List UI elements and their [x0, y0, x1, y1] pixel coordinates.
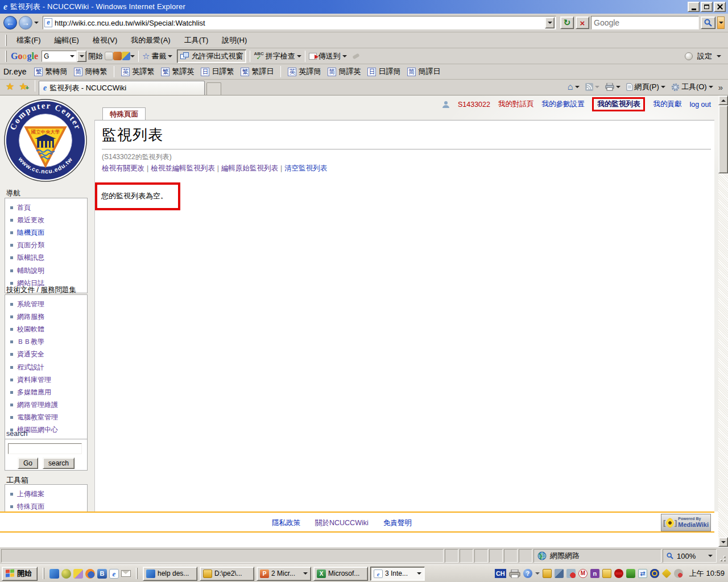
mediawiki-badge[interactable]: [ ] Powered By MediaWiki	[661, 514, 711, 531]
special-page-tab[interactable]: 特殊頁面	[102, 107, 146, 120]
quicklaunch-lightning-icon[interactable]	[73, 569, 83, 579]
view-edit-watchlist-link[interactable]: 檢視並編輯監視列表	[151, 164, 215, 172]
toolbar-gallery-icon[interactable]	[113, 52, 122, 60]
tray-no-entry-icon[interactable]	[614, 569, 623, 578]
translate-button[interactable]: 日日譯簡	[364, 65, 404, 78]
search-button[interactable]: search	[43, 458, 75, 469]
translate-button[interactable]: 简簡譯英	[324, 65, 364, 78]
sidebar-link-sysadmin[interactable]: 系統管理	[17, 300, 44, 309]
translate-button[interactable]: 繁繁譯英	[158, 65, 197, 78]
sidebar-link-categories[interactable]: 頁面分類	[17, 240, 44, 250]
tray-sync-icon[interactable]: ⇄	[638, 569, 647, 578]
translate-button[interactable]: 繁繁轉簡	[31, 65, 71, 78]
highlighter-icon[interactable]	[352, 53, 359, 59]
sidebar-link-special-pages[interactable]: 特殊頁面	[17, 502, 44, 512]
disclaimer-link[interactable]: 免責聲明	[383, 518, 412, 528]
forward-button[interactable]: →	[19, 16, 32, 30]
sidebar-link-multimedia[interactable]: 多媒體應用	[17, 388, 51, 397]
view-related-changes-link[interactable]: 檢視有關更改	[102, 164, 144, 172]
search-go-button[interactable]	[701, 16, 715, 29]
minimize-button[interactable]	[688, 2, 700, 12]
search-box[interactable]	[591, 16, 699, 30]
tools-menu-button[interactable]: 工具(O)	[669, 81, 715, 93]
site-logo[interactable]: Computer Center www.cc.ncu.edu.tw 國立中央大學	[3, 98, 88, 182]
sidebar-link-security[interactable]: 資通安全	[17, 350, 44, 359]
translate-button[interactable]: 简簡譯日	[404, 65, 444, 78]
sidebar-link-recent-changes[interactable]: 最近更改	[17, 215, 44, 225]
settings-button[interactable]: 設定	[697, 51, 712, 61]
quicklaunch-app-icon[interactable]: B	[97, 569, 107, 579]
refresh-button[interactable]: ↻	[560, 16, 574, 29]
sidebar-link-computer-room[interactable]: 電腦教室管理	[17, 413, 58, 422]
dropdown-arrow-icon[interactable]	[168, 55, 172, 57]
dropdown-arrow-icon[interactable]	[342, 55, 347, 57]
translate-button[interactable]: 简簡轉繁	[71, 65, 110, 78]
dropdown-arrow-icon[interactable]	[130, 55, 135, 57]
clear-watchlist-link[interactable]: 清空監視列表	[284, 164, 327, 172]
menu-edit[interactable]: 編輯(E)	[48, 33, 86, 48]
sidebar-link-network-service[interactable]: 網路服務	[17, 312, 44, 322]
quicklaunch-ie-icon[interactable]: e	[109, 569, 119, 579]
logout-link[interactable]: log out	[689, 101, 711, 109]
toolbar-grip[interactable]	[5, 35, 7, 46]
stop-button[interactable]: ×	[576, 16, 589, 29]
google-search-dropdown[interactable]	[77, 51, 86, 62]
menu-help[interactable]: 說明(H)	[215, 33, 254, 48]
popup-blocker-button[interactable]: 允許彈出式視窗	[177, 49, 246, 63]
taskbar-button-excel[interactable]: X Microsof...	[313, 567, 368, 581]
add-favorite-icon[interactable]: ★+	[19, 81, 29, 93]
url-dropdown-button[interactable]	[545, 17, 555, 28]
toolbar-grip[interactable]	[5, 51, 7, 62]
history-dropdown-icon[interactable]	[34, 22, 39, 24]
taskbar-button-helpdesk[interactable]: help des...	[143, 567, 197, 581]
taskbar-button-folder[interactable]: D:\pe2\...	[200, 567, 254, 581]
tray-wireless-icon[interactable]	[650, 569, 659, 578]
language-indicator[interactable]: CH	[495, 569, 506, 578]
translate-button[interactable]: 英英譯簡	[284, 65, 324, 78]
search-options-button[interactable]	[717, 16, 725, 29]
tray-app-n-icon[interactable]: n	[590, 569, 599, 578]
my-preferences-link[interactable]: 我的參數設置	[541, 99, 584, 109]
tray-collapse-chevron[interactable]	[535, 572, 540, 575]
url-field[interactable]: e http://wiki.cc.ncu.edu.tw/wiki/Special…	[43, 16, 556, 30]
bookmark-star-icon[interactable]: ☆	[142, 51, 150, 61]
url-text[interactable]: http://wiki.cc.ncu.edu.tw/wiki/Special:W…	[55, 19, 543, 27]
translate-button[interactable]: 英英譯繁	[118, 65, 158, 78]
google-search-select[interactable]: G	[42, 51, 77, 62]
home-button[interactable]: ⌂	[565, 81, 582, 93]
go-button[interactable]: Go	[18, 458, 38, 469]
tray-device-icon[interactable]	[626, 569, 635, 578]
start-button[interactable]: 開始	[2, 567, 38, 581]
quicklaunch-mail-icon[interactable]	[121, 570, 131, 577]
privacy-policy-link[interactable]: 隱私政策	[272, 518, 300, 528]
quicklaunch-orb-icon[interactable]	[61, 569, 71, 579]
sidebar-link-programming[interactable]: 程式設計	[17, 363, 44, 372]
edit-raw-watchlist-link[interactable]: 編輯原始監視列表	[221, 164, 278, 172]
wiki-search-input[interactable]	[8, 443, 82, 454]
scroll-up-button[interactable]	[718, 95, 728, 105]
send-to-button[interactable]: 傳送到	[318, 51, 341, 61]
sidebar-link-random-page[interactable]: 隨機頁面	[17, 228, 44, 238]
quicklaunch-helpdesk-icon[interactable]	[49, 569, 59, 579]
page-menu-button[interactable]: 網頁(P)	[624, 81, 668, 93]
sidebar-link-copyright[interactable]: 版權訊息	[17, 253, 44, 263]
tray-folder-sync-icon[interactable]	[543, 569, 552, 578]
username-link[interactable]: S1433022	[458, 101, 490, 109]
sidebar-link-upload[interactable]: 上傳檔案	[17, 489, 44, 499]
google-start-button[interactable]: 開始	[88, 51, 103, 61]
tray-offline-users-icon[interactable]	[566, 569, 576, 578]
tray-help-icon[interactable]: ?	[523, 569, 532, 578]
zoom-pane[interactable]: 100%	[663, 549, 717, 563]
my-contributions-link[interactable]: 我的貢獻	[653, 99, 681, 109]
new-tab-button[interactable]	[206, 82, 221, 95]
sidebar-link-bb-teaching[interactable]: ＢＢ教學	[17, 337, 44, 347]
tray-status-ball-icon[interactable]	[674, 569, 683, 578]
tray-mail-alert-icon[interactable]: M	[578, 569, 588, 578]
favorites-center-icon[interactable]: ★	[6, 81, 14, 93]
menu-view[interactable]: 檢視(V)	[86, 33, 124, 48]
tray-diamond-icon[interactable]	[661, 569, 671, 579]
restore-button[interactable]	[701, 2, 713, 12]
print-button[interactable]	[603, 82, 623, 92]
menu-tools[interactable]: 工具(T)	[177, 33, 216, 48]
sidebar-link-help[interactable]: 輔助說明	[17, 266, 44, 276]
